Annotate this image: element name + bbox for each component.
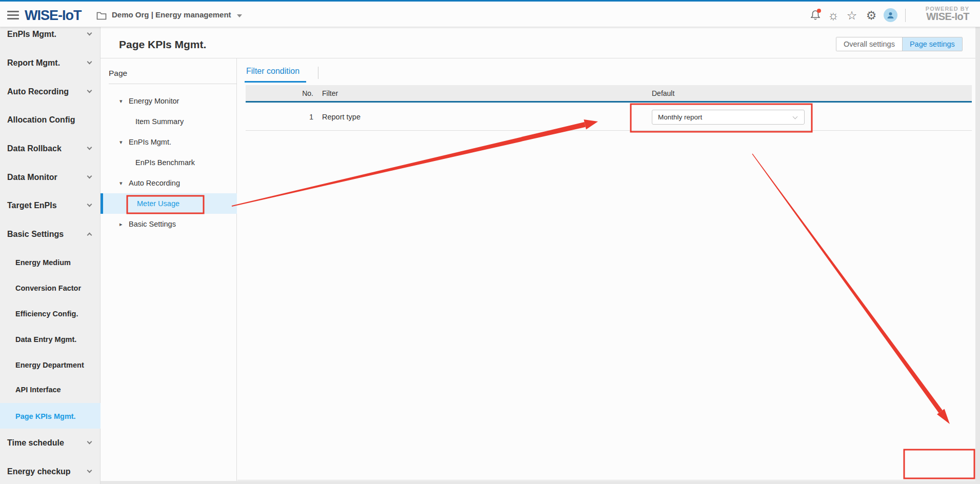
sidebar-item-data-rollback[interactable]: Data Rollback bbox=[0, 143, 101, 155]
caret-expanded-icon[interactable]: ▾ bbox=[119, 173, 123, 193]
filter-panel: Filter condition No. Filter Default 1 Re… bbox=[237, 58, 975, 481]
sidebar-item-allocation-config[interactable]: Allocation Config bbox=[0, 114, 101, 126]
dropdown-selected-value: Monthly report bbox=[658, 113, 702, 121]
chevron-down-icon bbox=[87, 174, 92, 179]
tree-node-meter-usage[interactable]: Meter Usage bbox=[101, 193, 237, 214]
filter-table-header: No. Filter Default bbox=[246, 85, 972, 103]
org-folder-icon bbox=[96, 11, 107, 22]
sidebar-item-enpis-mgmt[interactable]: EnPIs Mgmt. bbox=[0, 28, 101, 41]
page-settings-button[interactable]: Page settings bbox=[903, 37, 962, 51]
sidebar-item-conversion-factor[interactable]: Conversion Factor bbox=[0, 282, 101, 294]
footer-divider bbox=[237, 480, 975, 480]
tree-node-energy-monitor[interactable]: ▾Energy Monitor bbox=[101, 91, 237, 111]
tree-panel-title-divider bbox=[109, 84, 237, 84]
sidebar-item-api-interface[interactable]: API Interface bbox=[0, 384, 101, 396]
page-title: Page KPIs Mgmt. bbox=[119, 38, 206, 51]
caret-expanded-icon[interactable]: ▾ bbox=[119, 91, 123, 111]
sidebar-item-data-entry-mgmt[interactable]: Data Entry Mgmt. bbox=[0, 333, 101, 346]
tree-node-enpis-benchmark[interactable]: EnPIs Benchmark bbox=[101, 152, 237, 173]
powered-by-block: POWERED BY WISE-IoT bbox=[914, 6, 969, 23]
org-selector[interactable]: Demo Org | Energy management bbox=[112, 10, 231, 19]
chevron-down-icon bbox=[87, 439, 92, 445]
app-logo: WISE-IoT bbox=[25, 8, 81, 24]
column-default: Default bbox=[652, 85, 674, 102]
tree-node-enpis-mgmt[interactable]: ▾EnPIs Mgmt. bbox=[101, 132, 237, 152]
page-tree-panel: Page ▾Energy Monitor Item Summary ▾EnPIs… bbox=[101, 58, 237, 481]
brightness-sun-icon[interactable]: ☼ bbox=[827, 9, 840, 22]
sidebar-item-data-monitor[interactable]: Data Monitor bbox=[0, 171, 101, 184]
chevron-up-icon bbox=[87, 233, 92, 238]
caret-collapsed-icon[interactable]: ▸ bbox=[119, 214, 123, 234]
row-number: 1 bbox=[266, 104, 313, 130]
tree-node-basic-settings[interactable]: ▸Basic Settings bbox=[101, 214, 237, 234]
chevron-down-icon bbox=[237, 14, 242, 17]
sidebar-item-target-enpis[interactable]: Target EnPIs bbox=[0, 199, 101, 212]
sidebar-item-time-schedule[interactable]: Time schedule bbox=[0, 437, 101, 449]
chevron-down-icon bbox=[87, 145, 92, 150]
notification-badge bbox=[817, 9, 821, 13]
tab-filter-condition[interactable]: Filter condition bbox=[246, 67, 299, 76]
hamburger-menu-icon[interactable] bbox=[7, 11, 19, 19]
row-filter-name: Report type bbox=[322, 104, 361, 130]
chevron-down-icon bbox=[87, 59, 92, 65]
chevron-down-icon bbox=[793, 114, 798, 119]
overall-settings-button[interactable]: Overall settings bbox=[836, 37, 903, 51]
topbar-divider bbox=[905, 9, 906, 22]
settings-toggle-group: Overall settings Page settings bbox=[836, 37, 963, 51]
user-avatar[interactable] bbox=[884, 8, 897, 22]
sidebar-item-energy-medium[interactable]: Energy Medium bbox=[0, 256, 101, 269]
notification-bell-icon[interactable] bbox=[809, 9, 822, 22]
settings-gear-icon[interactable]: ⚙ bbox=[865, 9, 878, 22]
chevron-down-icon bbox=[87, 31, 92, 36]
topbar: WISE-IoT Demo Org | Energy management ☼ … bbox=[0, 0, 980, 27]
powered-by-brand: WISE-IoT bbox=[914, 11, 969, 23]
tree-panel-title: Page bbox=[109, 69, 127, 78]
column-no: No. bbox=[266, 85, 313, 102]
sidebar-item-energy-checkup[interactable]: Energy checkup bbox=[0, 466, 101, 478]
main-content: Page KPIs Mgmt. Overall settings Page se… bbox=[101, 27, 975, 481]
sidebar-item-basic-settings[interactable]: Basic Settings bbox=[0, 228, 101, 240]
tree-node-auto-recording[interactable]: ▾Auto Recording bbox=[101, 173, 237, 193]
sidebar-item-report-mgmt[interactable]: Report Mgmt. bbox=[0, 57, 101, 69]
tree-node-item-summary[interactable]: Item Summary bbox=[101, 111, 237, 132]
sidebar-item-energy-department[interactable]: Energy Department bbox=[0, 359, 101, 371]
tab-separator bbox=[318, 67, 318, 79]
sidebar-item-efficiency-config[interactable]: Efficiency Config. bbox=[0, 308, 101, 320]
sidebar-item-page-kpis-mgmt[interactable]: Page KPIs Mgmt. bbox=[0, 410, 101, 422]
chevron-down-icon bbox=[87, 468, 92, 473]
favorite-star-icon[interactable]: ☆ bbox=[845, 9, 858, 22]
sidebar-nav: EnPIs Mgmt. Report Mgmt. Auto Recording … bbox=[0, 27, 101, 484]
active-tab-underline bbox=[245, 81, 306, 83]
table-row: 1 Report type Monthly report bbox=[246, 104, 972, 131]
chevron-down-icon bbox=[87, 88, 92, 93]
chevron-down-icon bbox=[87, 202, 92, 207]
column-filter: Filter bbox=[322, 85, 338, 102]
caret-expanded-icon[interactable]: ▾ bbox=[119, 132, 123, 152]
default-value-dropdown[interactable]: Monthly report bbox=[652, 110, 805, 125]
sidebar-item-auto-recording[interactable]: Auto Recording bbox=[0, 86, 101, 98]
